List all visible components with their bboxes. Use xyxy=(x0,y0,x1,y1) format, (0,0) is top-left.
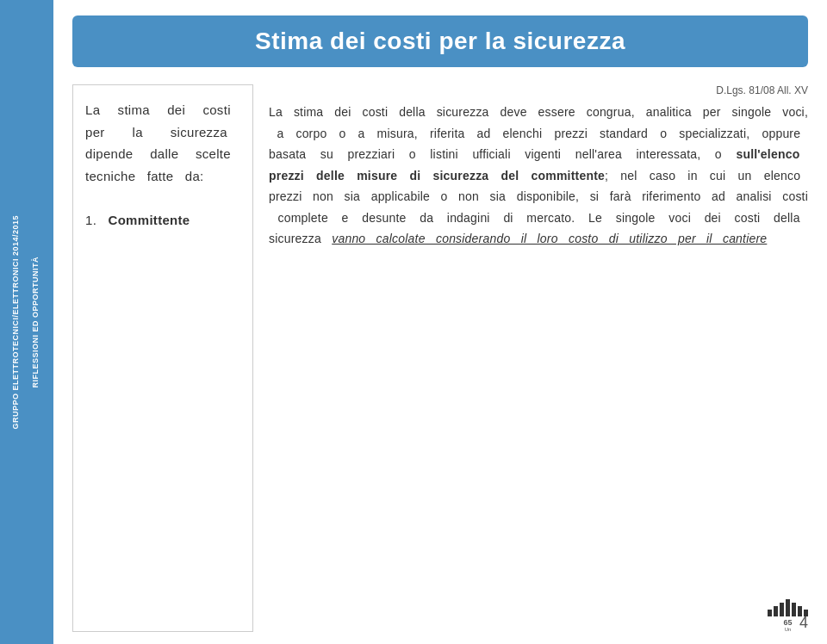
page-title: Stima dei costi per la sicurezza xyxy=(90,28,791,55)
logo-bar-2 xyxy=(774,606,778,616)
logo-name: Un xyxy=(785,627,792,632)
logo-bar-5 xyxy=(792,603,796,616)
logo-number: 65 xyxy=(783,618,792,627)
left-panel: La stima dei costi per la sicurezza dipe… xyxy=(72,84,253,632)
page-number: 4 xyxy=(799,614,808,632)
sidebar: GRUPPO ELETTROTECNICI/ELETTRONICI 2014/2… xyxy=(0,0,53,644)
committente-label: Committente xyxy=(109,213,190,227)
right-panel: D.Lgs. 81/08 All. XV La stima dei costi … xyxy=(269,84,808,632)
sidebar-text: GRUPPO ELETTROTECNICI/ELETTRONICI 2014/2… xyxy=(11,215,41,430)
right-panel-text: La stima dei costi della sicurezza deve … xyxy=(269,102,808,591)
logo-bar-3 xyxy=(780,603,784,616)
underline-text: vanno calcolate considerando il loro cos… xyxy=(332,232,767,245)
main-content: Stima dei costi per la sicurezza La stim… xyxy=(53,0,827,644)
header-title-box: Stima dei costi per la sicurezza xyxy=(72,15,808,67)
footer: 65 Un 4 xyxy=(269,599,808,632)
left-panel-text: La stima dei costi per la sicurezza dipe… xyxy=(85,99,240,231)
dlgs-label: D.Lgs. 81/08 All. XV xyxy=(269,84,808,96)
sull-elenco-text: sull'elenco prezzi delle misure di sicur… xyxy=(269,147,808,183)
content-area: La stima dei costi per la sicurezza dipe… xyxy=(72,84,808,632)
logo-bar-1 xyxy=(768,610,772,616)
logo-bar-4 xyxy=(786,599,790,616)
